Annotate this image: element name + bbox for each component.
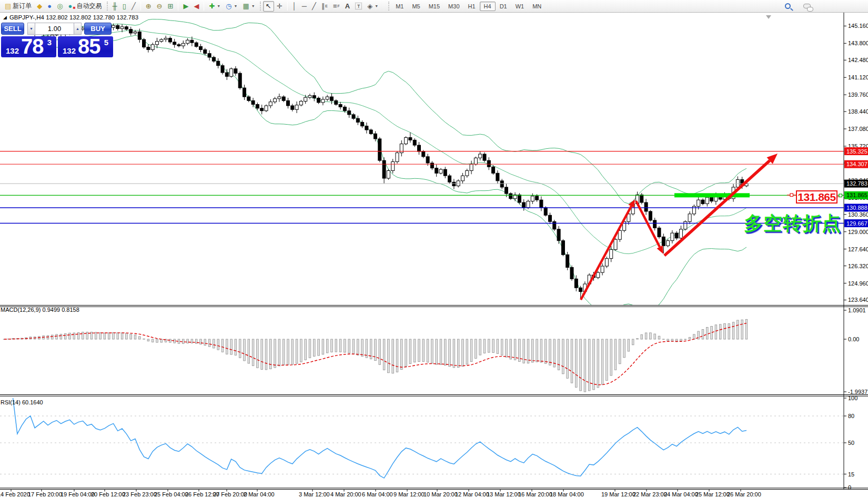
macd-histogram-bar (300, 339, 302, 362)
tile-windows-button[interactable]: ⊞ (165, 1, 176, 12)
volume-input[interactable] (35, 23, 74, 35)
search-button[interactable] (782, 1, 793, 12)
text-tool-button[interactable]: A (342, 1, 352, 12)
candlestick (430, 161, 433, 170)
macd-histogram-bar (436, 339, 438, 364)
candlestick (509, 192, 512, 200)
macd-histogram-bar (549, 339, 551, 365)
candlestick (644, 199, 648, 215)
price-tag-134.307: 134.307 (844, 160, 868, 168)
market-watch-button[interactable]: ◆ (34, 1, 45, 12)
support-zone-bar[interactable] (674, 193, 750, 197)
line-chart-button[interactable]: ╱ (129, 1, 138, 12)
macd-histogram-bar (475, 339, 477, 358)
line-anchor-marker[interactable] (790, 194, 793, 197)
templates-button[interactable]: ▦ ▼ (240, 1, 258, 12)
channel-button[interactable]: ∥ E (319, 1, 330, 12)
zoom-in-button[interactable]: ⊕ (143, 1, 154, 12)
fibonacci-icon: ≡ (333, 3, 337, 9)
volume-decrease-button[interactable]: ▼ (27, 23, 35, 35)
timeframe-M1[interactable]: M1 (391, 2, 408, 11)
macd-histogram-bar (571, 339, 573, 383)
zoom-out-button[interactable]: ⊖ (154, 1, 165, 12)
macd-histogram-bar (104, 333, 106, 339)
time-axis-label: 6 Mar 04:00 (362, 491, 393, 497)
timeframe-H1[interactable]: H1 (464, 2, 480, 11)
cursor-icon: ↖ (266, 3, 271, 9)
symbol-ohlc-text: GBPJPY-,H4 132.802 132.802 132.780 132.7… (9, 14, 138, 21)
buy-button[interactable]: BUY (84, 23, 112, 35)
indicators-button[interactable]: ✚ ▼ (206, 1, 223, 12)
candlestick-chart-button[interactable]: ▯ (120, 1, 129, 12)
price-tag-131.865: 131.865 (844, 191, 868, 199)
macd-histogram-bar (375, 339, 377, 361)
macd-histogram-bar (322, 339, 324, 354)
buy-price-display[interactable]: 132 85 5 (58, 36, 113, 57)
candlestick (317, 97, 320, 104)
trendline-button[interactable]: ╱ (309, 1, 319, 12)
candlestick (173, 39, 176, 48)
candlestick (291, 104, 294, 111)
macd-histogram-bar (606, 339, 608, 380)
chart-shift-marker[interactable] (766, 15, 771, 19)
macd-histogram-bar (47, 336, 49, 339)
timeframe-D1[interactable]: D1 (496, 2, 511, 11)
line-anchor-marker[interactable] (839, 194, 842, 197)
crosshair-button[interactable]: ✛ (274, 1, 285, 12)
macd-histogram-bar (257, 339, 259, 368)
macd-histogram-bar (291, 339, 294, 364)
macd-pane (3, 319, 748, 392)
vertical-line-button[interactable]: │ (290, 1, 299, 12)
timeframe-M15[interactable]: M15 (425, 2, 444, 11)
macd-histogram-bar (413, 339, 416, 362)
sell-button[interactable]: SELL (1, 23, 24, 35)
candlestick (466, 169, 469, 178)
macd-histogram-bar (309, 339, 311, 358)
trend-arrow[interactable] (581, 199, 635, 300)
trend-arrow[interactable] (664, 154, 778, 256)
chart-shift-button[interactable]: ◀ (191, 1, 201, 12)
candlestick (496, 170, 499, 184)
periods-button[interactable]: ◷ ▼ (223, 1, 240, 12)
timeframe-W1[interactable]: W1 (511, 2, 529, 11)
arrows-button[interactable]: ◈ ▼ (365, 1, 381, 12)
macd-histogram-bar (326, 339, 328, 353)
experts-button[interactable]: ● (45, 1, 54, 12)
timeframe-M5[interactable]: M5 (408, 2, 424, 11)
cursor-button[interactable]: ↖ (263, 1, 274, 12)
sell-price-display[interactable]: 132 78 3 (1, 36, 56, 57)
macd-histogram-bar (562, 339, 564, 374)
macd-histogram-bar (77, 332, 79, 339)
breakout-price-label: 131.865 (796, 190, 837, 204)
toolbar-separator (140, 2, 141, 11)
macd-axis-label: 0.00 (848, 336, 859, 342)
timeframe-H4[interactable]: H4 (480, 2, 496, 11)
time-axis-label: 19 Mar 12:00 (601, 491, 635, 497)
horizontal-line-button[interactable]: ─ (299, 1, 309, 12)
fibonacci-button[interactable]: ≡ F (330, 1, 342, 12)
price-axis-tick-label: 127.640 (848, 246, 868, 252)
autotrading-button[interactable]: ●■ 自动交易 (66, 1, 105, 12)
candlestick (156, 38, 159, 48)
time-axis-label: 14 Feb 2020 (0, 491, 30, 497)
bollinger-upper-band (13, 19, 746, 204)
chart-canvas[interactable]: 145.160143.800142.480141.120139.760138.4… (0, 13, 868, 498)
time-axis-label: 3 Mar 12:00 (299, 491, 330, 497)
rsi-axis-label: 80 (848, 413, 854, 419)
candlestick (461, 173, 465, 184)
volume-increase-button[interactable]: ▲ (74, 23, 82, 35)
signals-button[interactable]: ◎ (54, 1, 65, 12)
text-label-button[interactable]: T (352, 1, 365, 12)
chat-button[interactable] (801, 1, 813, 12)
timeframe-M30[interactable]: M30 (444, 2, 463, 11)
bollinger-lower-band (13, 35, 746, 312)
timeframe-MN[interactable]: MN (528, 2, 546, 11)
chat-icon (803, 4, 811, 8)
bar-chart-button[interactable]: ╫ (110, 1, 120, 12)
macd-histogram-bar (588, 339, 590, 391)
new-order-button[interactable]: ▤ 新订单 (2, 1, 34, 12)
toolbar-separator (107, 2, 108, 11)
macd-histogram-bar (702, 330, 704, 339)
auto-scroll-button[interactable]: ▶ (180, 1, 191, 12)
candlestick (405, 136, 408, 145)
